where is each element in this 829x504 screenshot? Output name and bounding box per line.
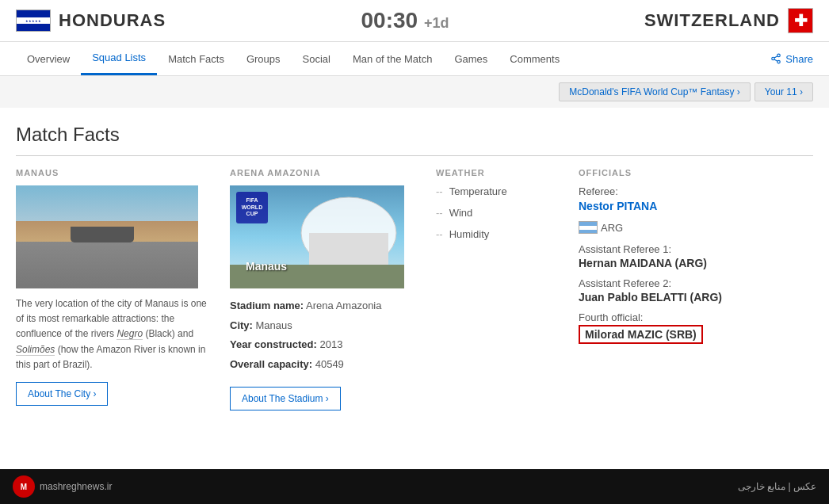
assistant1-label: Assistant Referee 1: bbox=[579, 243, 813, 255]
nav-games[interactable]: Games bbox=[443, 44, 499, 74]
manaus-description: The very location of the city of Manaus … bbox=[16, 296, 214, 372]
assistant1-name: Hernan MAIDANA (ARG) bbox=[579, 257, 813, 269]
team-right-name: SWITZERLAND bbox=[644, 10, 780, 31]
wind-item: -- Wind bbox=[436, 207, 563, 219]
nav-comments[interactable]: Comments bbox=[499, 44, 571, 74]
manaus-column: MANAUS The very location of the city of … bbox=[16, 168, 214, 406]
nav-groups[interactable]: Groups bbox=[235, 44, 292, 74]
fourth-label: Fourth official: bbox=[579, 311, 813, 323]
manaus-image bbox=[16, 185, 198, 288]
assistant2-name: Juan Pablo BELATTI (ARG) bbox=[579, 291, 813, 304]
svg-line-4 bbox=[774, 56, 777, 58]
team-right: SWITZERLAND ✚ bbox=[644, 8, 813, 33]
about-stadium-button[interactable]: About The Stadium › bbox=[230, 387, 341, 410]
svg-line-3 bbox=[774, 59, 777, 61]
main-content: Match Facts MANAUS The very location of … bbox=[0, 108, 829, 418]
manaus-header: MANAUS bbox=[16, 168, 214, 178]
arena-image-label: Manaus bbox=[246, 260, 287, 273]
svg-point-1 bbox=[772, 57, 775, 60]
arena-image: Manaus FIFAWORLDCUP bbox=[230, 185, 404, 288]
your11-link[interactable]: Your 11 › bbox=[755, 82, 813, 101]
referee-name[interactable]: Nestor PITANA bbox=[579, 200, 813, 212]
referee-country: ARG bbox=[579, 221, 623, 234]
fourth-official-name: Milorad MAZIC (SRB) bbox=[579, 325, 703, 344]
weather-header: WEATHER bbox=[436, 168, 563, 178]
nav-overview[interactable]: Overview bbox=[16, 44, 81, 74]
mcdonalds-link[interactable]: McDonald's FIFA World Cup™ Fantasy › bbox=[559, 82, 750, 101]
facts-columns: MANAUS The very location of the city of … bbox=[16, 168, 813, 410]
nav-squad-lists[interactable]: Squad Lists bbox=[81, 42, 157, 75]
match-header: ★★★★★ HONDURAS 00:30 +1d SWITZERLAND ✚ bbox=[0, 0, 829, 42]
humidity-item: -- Humidity bbox=[436, 228, 563, 240]
arena-header: ARENA AMAZONIA bbox=[230, 168, 420, 178]
weather-column: WEATHER -- Temperature -- Wind -- Humidi… bbox=[436, 168, 563, 250]
nav-match-facts[interactable]: Match Facts bbox=[157, 44, 235, 74]
match-score: 00:30 +1d bbox=[361, 8, 449, 33]
argentina-flag bbox=[579, 221, 598, 234]
about-city-button[interactable]: About The City › bbox=[16, 382, 108, 406]
nav-social[interactable]: Social bbox=[292, 44, 342, 74]
referee-label: Referee: bbox=[579, 185, 813, 197]
svg-point-0 bbox=[777, 54, 781, 57]
main-nav: Overview Squad Lists Match Facts Groups … bbox=[0, 42, 829, 76]
switzerland-flag: ✚ bbox=[788, 8, 813, 33]
team-left: ★★★★★ HONDURAS bbox=[16, 10, 166, 32]
team-left-name: HONDURAS bbox=[59, 10, 166, 31]
honduras-flag: ★★★★★ bbox=[16, 10, 51, 32]
temperature-item: -- Temperature bbox=[436, 185, 563, 197]
stadium-info: Stadium name: Arena Amazonia City: Manau… bbox=[230, 296, 420, 375]
share-button[interactable]: Share bbox=[770, 53, 813, 65]
nav-man-of-match[interactable]: Man of the Match bbox=[342, 44, 443, 74]
officials-column: OFFICIALS Referee: Nestor PITANA ARG Ass… bbox=[579, 168, 813, 344]
assistant2-label: Assistant Referee 2: bbox=[579, 277, 813, 289]
arena-column: ARENA AMAZONIA bbox=[230, 168, 420, 410]
page-title: Match Facts bbox=[16, 124, 813, 156]
svg-point-2 bbox=[777, 60, 781, 63]
links-bar: McDonald's FIFA World Cup™ Fantasy › You… bbox=[0, 76, 829, 108]
officials-header: OFFICIALS bbox=[579, 168, 813, 178]
